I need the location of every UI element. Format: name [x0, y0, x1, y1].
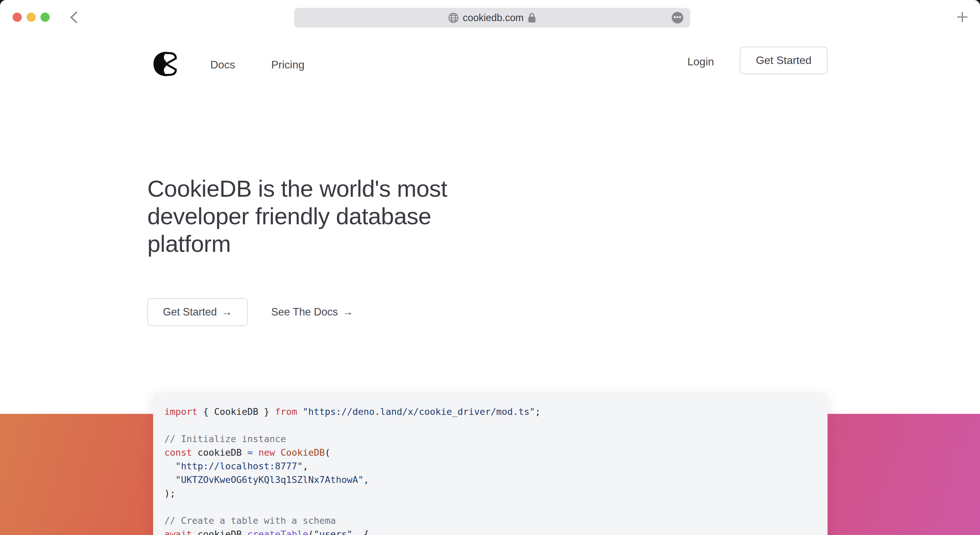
lock-icon: [528, 13, 536, 23]
code-content: import { CookieDB } from "https://deno.l…: [164, 405, 814, 535]
hero-title-line-2: developer friendly database: [147, 202, 447, 230]
code-line: const cookieDB = new CookieDB(: [164, 446, 814, 459]
ellipsis-icon: •••: [673, 14, 682, 21]
browser-window: cookiedb.com ••• Docs Pricing Login Get …: [0, 0, 980, 535]
address-bar[interactable]: cookiedb.com •••: [294, 8, 690, 27]
new-tab-button[interactable]: [955, 10, 970, 24]
code-line: [164, 419, 814, 432]
cookiedb-logo[interactable]: [153, 50, 179, 78]
minimize-window-button[interactable]: [27, 13, 36, 22]
hero-get-started-button[interactable]: Get Started →: [147, 298, 248, 326]
code-line: [164, 500, 814, 514]
login-link[interactable]: Login: [687, 56, 714, 68]
page-settings-button[interactable]: •••: [672, 12, 683, 24]
header-get-started-label: Get Started: [756, 54, 811, 67]
code-sample-block: import { CookieDB } from "https://deno.l…: [153, 392, 827, 535]
close-window-button[interactable]: [13, 13, 22, 22]
code-line: await cookieDB.createTable("users", {: [164, 527, 814, 535]
hero-title-line-1: CookieDB is the world's most: [147, 175, 447, 202]
code-line: // Initialize instance: [164, 432, 814, 446]
zoom-window-button[interactable]: [40, 13, 50, 22]
plus-icon: [956, 11, 969, 23]
code-line: // Create a table with a schema: [164, 514, 814, 527]
nav-item-pricing[interactable]: Pricing: [271, 59, 305, 71]
url-text: cookiedb.com: [463, 12, 524, 24]
code-line: import { CookieDB } from "https://deno.l…: [164, 405, 814, 419]
hero-title-line-3: platform: [147, 230, 447, 258]
see-the-docs-link[interactable]: See The Docs →: [271, 298, 353, 326]
arrow-right-icon: →: [221, 306, 232, 318]
chevron-left-icon: [69, 11, 78, 24]
back-button[interactable]: [68, 11, 80, 24]
code-line: "UKTZOvKweOG6tyKQl3q1SZlNx7AthowA",: [164, 473, 814, 487]
arrow-right-icon: →: [343, 306, 353, 318]
see-the-docs-label: See The Docs: [271, 306, 338, 318]
code-line: );: [164, 487, 814, 500]
hero-title: CookieDB is the world's most developer f…: [147, 175, 447, 258]
hero-get-started-label: Get Started: [163, 306, 217, 318]
header-get-started-button[interactable]: Get Started: [740, 47, 827, 74]
nav-item-docs[interactable]: Docs: [210, 59, 235, 71]
traffic-lights: [13, 13, 50, 22]
code-line: "http://localhost:8777",: [164, 459, 814, 473]
globe-icon: [448, 13, 459, 23]
cookiedb-logo-icon: [153, 50, 179, 78]
